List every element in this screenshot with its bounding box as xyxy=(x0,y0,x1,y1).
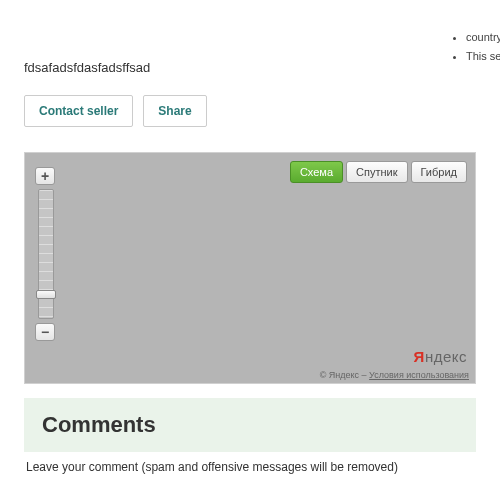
comments-title: Comments xyxy=(24,398,476,452)
comments-section: Comments Leave your comment (spam and of… xyxy=(24,398,476,482)
map-type-satellite[interactable]: Спутник xyxy=(346,161,407,183)
comments-subtitle: Leave your comment (spam and offensive m… xyxy=(24,452,476,482)
map-container: Схема Спутник Гибрид + − Яндекс © Яндекс… xyxy=(24,152,476,384)
map-canvas[interactable]: Схема Спутник Гибрид + − Яндекс © Яндекс… xyxy=(25,153,475,383)
sidebar-item: This service guarantees transactions; th… xyxy=(466,49,500,64)
sidebar-item: country and travellers cheques. xyxy=(466,30,500,45)
map-type-switcher: Схема Спутник Гибрид xyxy=(290,161,467,183)
yandex-logo: Яндекс xyxy=(414,348,467,365)
map-copyright: © Яндекс – Условия использования xyxy=(320,370,469,380)
info-sidebar: country and travellers cheques. This ser… xyxy=(450,30,500,69)
action-buttons: Contact seller Share xyxy=(24,95,490,127)
map-type-scheme[interactable]: Схема xyxy=(290,161,343,183)
zoom-slider[interactable] xyxy=(38,189,54,319)
zoom-thumb[interactable] xyxy=(36,290,56,299)
zoom-out-button[interactable]: − xyxy=(35,323,55,341)
map-terms-link[interactable]: Условия использования xyxy=(369,370,469,380)
map-type-hybrid[interactable]: Гибрид xyxy=(411,161,467,183)
listing-description: fdsafadsfdasfadsffsad xyxy=(24,60,490,75)
contact-seller-button[interactable]: Contact seller xyxy=(24,95,133,127)
zoom-control: + − xyxy=(35,167,57,341)
share-button[interactable]: Share xyxy=(143,95,206,127)
zoom-in-button[interactable]: + xyxy=(35,167,55,185)
